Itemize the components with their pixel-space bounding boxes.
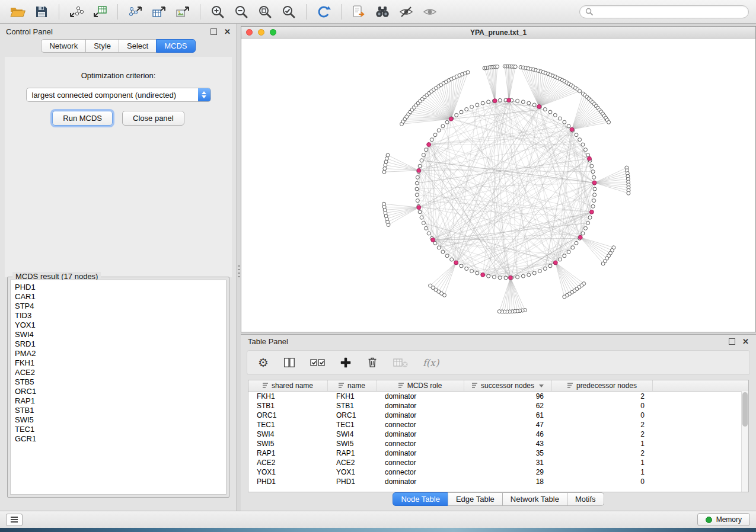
toolbar-separator <box>306 4 307 20</box>
table-row[interactable]: RAP1RAP1dominator352 <box>248 448 748 458</box>
tab-select[interactable]: Select <box>119 39 157 53</box>
panel-menu-button[interactable] <box>6 514 23 526</box>
table-panel-title: Table Panel <box>248 337 288 346</box>
dropdown-value: largest connected component (undirected) <box>32 91 177 100</box>
import-table-icon[interactable] <box>90 3 111 21</box>
table-row[interactable]: ACE2ACE2connector311 <box>248 458 748 467</box>
mcds-result-item[interactable]: STB5 <box>11 377 226 387</box>
memory-button[interactable]: Memory <box>697 513 750 526</box>
binoculars-icon[interactable] <box>372 3 393 21</box>
mcds-result-item[interactable]: SRD1 <box>11 339 226 349</box>
column-header-name[interactable]: name <box>328 380 377 391</box>
mcds-result-item[interactable]: SWI4 <box>11 330 226 339</box>
mcds-result-item[interactable]: RAP1 <box>11 396 226 406</box>
refresh-glyph <box>316 5 331 19</box>
close-panel-icon[interactable]: ✕ <box>224 28 231 36</box>
table-row[interactable]: YOX1YOX1connector291 <box>248 467 748 477</box>
zoom-in-icon[interactable] <box>207 3 228 21</box>
mcds-result-item[interactable]: ORC1 <box>11 387 226 396</box>
table-row[interactable]: ORC1ORC1dominator610 <box>248 411 748 420</box>
mcds-result-item[interactable]: PMA2 <box>11 349 226 358</box>
mcds-result-item[interactable]: SWI5 <box>11 415 226 425</box>
open-folder-icon[interactable] <box>7 3 28 21</box>
zoom-fit-icon[interactable] <box>254 3 276 21</box>
zoom-out-icon[interactable] <box>231 3 252 21</box>
mcds-result-item[interactable]: GCR1 <box>11 434 226 444</box>
minimize-window-icon[interactable] <box>258 29 264 36</box>
table-cell: 29 <box>464 467 552 477</box>
mcds-result-item[interactable]: ACE2 <box>11 368 226 377</box>
close-window-icon[interactable] <box>246 29 253 36</box>
column-header-label: name <box>347 382 365 390</box>
close-panel-icon[interactable]: ✕ <box>742 338 749 345</box>
hide-details-icon[interactable] <box>395 3 417 21</box>
search-input[interactable] <box>596 7 743 17</box>
table-tab-node-table[interactable]: Node Table <box>393 492 448 506</box>
network-view-window: YPA_prune.txt_1 <box>241 26 756 332</box>
export-table-icon[interactable] <box>148 3 170 21</box>
table-row[interactable]: STB1STB1dominator620 <box>248 401 748 411</box>
table-cell: PHD1 <box>328 477 377 486</box>
column-header-successor-nodes[interactable]: successor nodes <box>464 380 552 391</box>
import-network-icon[interactable] <box>66 3 87 21</box>
select-all-icon[interactable] <box>310 355 326 370</box>
table-tab-network-table[interactable]: Network Table <box>502 492 567 506</box>
table-toolbar: ⚙ <box>247 350 750 375</box>
table-cell: ORC1 <box>328 411 377 420</box>
column-header-predecessor-nodes[interactable]: predecessor nodes <box>552 380 653 391</box>
sort-direction-icon[interactable] <box>539 384 544 387</box>
mcds-result-item[interactable]: YOX1 <box>11 321 226 330</box>
table-row[interactable]: FKH1FKH1dominator962 <box>248 392 748 401</box>
scrollbar-thumb[interactable] <box>742 392 748 427</box>
maximize-window-icon[interactable] <box>270 29 276 36</box>
table-cell-filler <box>653 458 748 467</box>
table-cell: TEC1 <box>328 420 377 430</box>
show-details-icon[interactable] <box>419 3 441 21</box>
table-row[interactable]: PHD1PHD1dominator180 <box>248 477 748 486</box>
float-window-icon[interactable] <box>729 338 735 345</box>
table-cell: YOX1 <box>248 467 328 477</box>
optimization-criterion-dropdown[interactable]: largest connected component (undirected) <box>26 88 211 102</box>
refresh-icon[interactable] <box>313 3 334 21</box>
search-field[interactable] <box>579 5 749 18</box>
tab-style[interactable]: Style <box>85 39 119 53</box>
float-window-icon[interactable] <box>210 28 217 35</box>
export-network-icon[interactable] <box>125 3 146 21</box>
table-row[interactable]: TEC1TEC1connector472 <box>248 420 748 430</box>
column-visibility-icon[interactable] <box>283 355 296 370</box>
mcds-result-item[interactable]: PHD1 <box>11 283 226 292</box>
add-column-icon[interactable] <box>340 355 352 370</box>
zoom-selected-icon[interactable] <box>278 3 299 21</box>
memory-label: Memory <box>716 515 742 524</box>
network-window-titlebar[interactable]: YPA_prune.txt_1 <box>241 27 755 39</box>
save-icon[interactable] <box>31 3 52 21</box>
delete-column-icon[interactable] <box>366 355 379 370</box>
table-cell: 0 <box>552 401 653 411</box>
table-cell: SWI5 <box>328 439 377 448</box>
toolbar-separator <box>59 4 59 20</box>
optimization-criterion-label: Optimization criterion: <box>5 57 232 80</box>
mcds-result-item[interactable]: CAR1 <box>11 292 226 302</box>
tab-mcds[interactable]: MCDS <box>156 39 195 53</box>
share-document-icon[interactable] <box>348 3 369 21</box>
close-panel-button[interactable]: Close panel <box>122 111 184 126</box>
table-tab-edge-table[interactable]: Edge Table <box>448 492 503 506</box>
mcds-result-list[interactable]: PHD1CAR1STP4TID3YOX1SWI4SRD1PMA2FKH1ACE2… <box>10 280 227 495</box>
mcds-result-item[interactable]: FKH1 <box>11 358 226 368</box>
table-settings-icon[interactable]: ⚙ <box>258 355 269 370</box>
column-header-MCDS-role[interactable]: MCDS role <box>377 380 464 391</box>
run-mcds-button[interactable]: Run MCDS <box>52 111 113 126</box>
mcds-result-item[interactable]: STP4 <box>11 302 226 311</box>
column-header-shared-name[interactable]: shared name <box>248 380 328 391</box>
mcds-result-item[interactable]: TEC1 <box>11 425 226 434</box>
table-cell-filler <box>653 467 748 477</box>
table-tab-motifs[interactable]: Motifs <box>567 492 604 506</box>
export-image-icon[interactable] <box>172 3 193 21</box>
table-scrollbar[interactable] <box>741 391 748 492</box>
tab-network[interactable]: Network <box>41 39 86 53</box>
table-row[interactable]: SWI4SWI4dominator462 <box>248 430 748 439</box>
mcds-result-item[interactable]: TID3 <box>11 311 226 321</box>
table-row[interactable]: SWI5SWI5connector431 <box>248 439 748 448</box>
mcds-result-item[interactable]: STB1 <box>11 406 226 415</box>
network-canvas[interactable] <box>241 38 755 332</box>
